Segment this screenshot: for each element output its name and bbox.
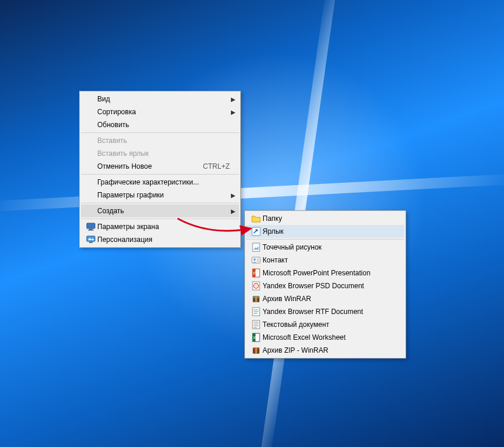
menu-item-shortcut: CTRL+Z: [197, 162, 230, 170]
submenu-item-rar[interactable]: Архив WinRAR: [246, 292, 404, 305]
submenu-item-bitmap[interactable]: Точечный рисунок: [246, 241, 404, 254]
svg-rect-2: [88, 230, 94, 231]
blank-icon: [84, 190, 97, 200]
svg-point-8: [254, 258, 256, 261]
svg-rect-4: [89, 242, 93, 243]
menu-item-label: Вставить ярлык: [97, 149, 230, 158]
blank-icon: [84, 149, 97, 158]
svg-rect-6: [253, 243, 260, 251]
svg-text:X: X: [253, 335, 257, 340]
submenu-arrow-icon: ▶: [230, 208, 236, 214]
menu-item-new[interactable]: Создать ▶: [81, 204, 239, 217]
folder-icon: [250, 214, 263, 223]
powerpoint-icon: P: [250, 268, 263, 278]
menu-item-sort[interactable]: Сортировка ▶: [81, 105, 239, 118]
bitmap-icon: [250, 243, 263, 252]
svg-rect-1: [89, 229, 93, 230]
desktop-wallpaper[interactable]: Вид ▶ Сортировка ▶ Обновить Вставить: [0, 0, 504, 447]
menu-item-graphics-props[interactable]: Графические характеристики...: [81, 176, 239, 189]
blank-icon: [84, 94, 97, 104]
menu-item-label: Графические характеристики...: [97, 178, 230, 186]
menu-item-label: Параметры экрана: [97, 223, 230, 231]
submenu-item-folder[interactable]: Папку: [246, 212, 404, 225]
svg-rect-35: [256, 348, 257, 353]
light-streak: [0, 173, 504, 211]
svg-point-17: [256, 285, 257, 287]
shortcut-icon: [250, 227, 263, 236]
menu-item-undo[interactable]: Отменить Новое CTRL+Z: [81, 160, 239, 173]
blank-icon: [84, 120, 97, 129]
menu-item-label: Параметры графики: [97, 191, 230, 199]
menu-item-label: Точечный рисунок: [263, 243, 401, 251]
text-file-icon: [250, 320, 263, 329]
menu-item-refresh[interactable]: Обновить: [81, 118, 239, 131]
blank-icon: [84, 136, 97, 145]
submenu-arrow-icon: ▶: [230, 96, 236, 103]
psd-icon: [250, 281, 263, 291]
display-icon: [84, 222, 97, 231]
submenu-item-contact[interactable]: Контакт: [246, 254, 404, 267]
menu-item-label: Microsoft Excel Worksheet: [263, 333, 401, 342]
menu-item-label: Архив ZIP - WinRAR: [263, 346, 401, 354]
rtf-icon: [250, 307, 263, 316]
menu-item-label: Yandex Browser PSD Document: [263, 282, 401, 290]
submenu-item-excel[interactable]: X Microsoft Excel Worksheet: [246, 331, 404, 344]
submenu-item-text[interactable]: Текстовый документ: [246, 318, 404, 331]
menu-item-label: Отменить Новое: [97, 162, 197, 170]
menu-item-personalize[interactable]: Персонализация: [81, 233, 239, 246]
menu-item-label: Microsoft PowerPoint Presentation: [263, 269, 401, 277]
submenu-item-shortcut[interactable]: Ярлык: [246, 225, 404, 238]
menu-item-label: Вставить: [97, 137, 230, 145]
winrar-zip-icon: [250, 346, 263, 355]
menu-item-label: Вид: [97, 95, 230, 103]
menu-item-label: Сортировка: [97, 108, 230, 116]
menu-item-display-settings[interactable]: Параметры экрана: [81, 220, 239, 233]
submenu-arrow-icon: ▶: [230, 192, 236, 199]
menu-item-label: Ярлык: [263, 227, 401, 236]
menu-item-label: Создать: [97, 207, 230, 215]
menu-item-label: Обновить: [97, 121, 230, 129]
menu-item-label: Контакт: [263, 256, 401, 264]
menu-item-graphics-params[interactable]: Параметры графики ▶: [81, 189, 239, 202]
new-submenu: Папку Ярлык Точечный рисунок Контакт: [244, 210, 406, 359]
blank-icon: [84, 178, 97, 187]
menu-item-paste: Вставить: [81, 134, 239, 147]
menu-item-paste-shortcut: Вставить ярлык: [81, 147, 239, 160]
submenu-item-zip[interactable]: Архив ZIP - WinRAR: [246, 344, 404, 357]
menu-item-view[interactable]: Вид ▶: [81, 93, 239, 105]
menu-item-label: Персонализация: [97, 236, 230, 244]
blank-icon: [84, 206, 97, 216]
personalize-icon: [84, 235, 97, 244]
svg-rect-3: [87, 236, 95, 241]
blank-icon: [84, 107, 97, 117]
submenu-arrow-icon: ▶: [230, 109, 236, 115]
winrar-icon: [250, 294, 263, 303]
desktop-context-menu: Вид ▶ Сортировка ▶ Обновить Вставить: [79, 91, 241, 248]
svg-text:P: P: [253, 271, 256, 276]
excel-icon: X: [250, 333, 263, 342]
menu-item-label: Текстовый документ: [263, 320, 401, 329]
svg-rect-20: [256, 296, 257, 302]
contact-icon: [250, 255, 263, 265]
menu-item-label: Yandex Browser RTF Document: [263, 308, 401, 316]
submenu-item-rtf[interactable]: Yandex Browser RTF Document: [246, 305, 404, 318]
submenu-item-psd[interactable]: Yandex Browser PSD Document: [246, 279, 404, 292]
blank-icon: [84, 162, 97, 171]
svg-rect-0: [87, 223, 95, 228]
menu-item-label: Архив WinRAR: [263, 295, 401, 303]
menu-item-label: Папку: [263, 214, 401, 223]
submenu-item-powerpoint[interactable]: P Microsoft PowerPoint Presentation: [246, 267, 404, 279]
